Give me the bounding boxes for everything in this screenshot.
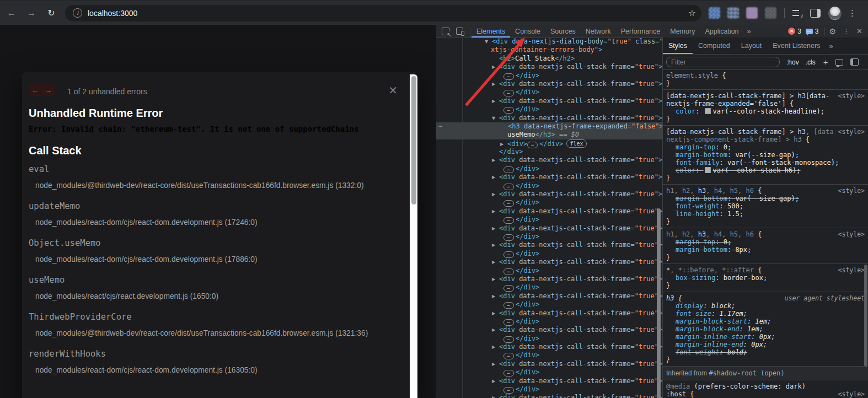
elements-tree-row[interactable]: ▶<div data-nextjs-call-stack-frame="true…: [436, 326, 662, 334]
expand-arrow-icon[interactable]: ▼: [485, 37, 492, 46]
css-property[interactable]: color: var(--color-stack-h6);: [666, 166, 865, 174]
css-property[interactable]: font-weight: 500;: [666, 202, 865, 210]
collapsed-content-icon[interactable]: …: [503, 234, 514, 241]
collapsed-content-icon[interactable]: …: [503, 107, 514, 114]
elements-tree-row[interactable]: ▶<div data-nextjs-call-stack-frame="true…: [436, 97, 662, 105]
elements-tree-row[interactable]: ▶<div data-nextjs-call-stack-frame="true…: [436, 377, 662, 385]
tab-elements[interactable]: Elements: [471, 25, 510, 37]
css-property[interactable]: margin-top: 0;: [666, 143, 865, 151]
elements-tree-row[interactable]: …</div>: [436, 216, 662, 224]
elements-tree-row[interactable]: …</div>: [436, 300, 662, 309]
elements-tree-row[interactable]: …</div>: [436, 385, 662, 394]
sidebar-more-tabs-icon[interactable]: »: [826, 42, 836, 50]
elements-tree-row[interactable]: xtjs-container-errors-body">: [436, 46, 662, 54]
elements-tree-row[interactable]: ▶<div data-nextjs-call-stack-frame="true…: [436, 343, 662, 351]
elements-tree-row[interactable]: ▶<div data-nextjs-call-stack-frame="true…: [436, 156, 662, 164]
stack-frame-location[interactable]: node_modules/react-dom/cjs/react-dom.dev…: [35, 255, 399, 263]
sidebar-layout-icon[interactable]: [850, 58, 859, 66]
expand-arrow-icon[interactable]: ▶: [500, 140, 507, 148]
stack-frame-location[interactable]: node_modules/react-dom/cjs/react-dom.dev…: [35, 218, 399, 227]
css-property[interactable]: font-size: 1.17em;: [666, 310, 865, 318]
elements-tree-row[interactable]: …</div>: [436, 72, 662, 80]
stack-frame-location[interactable]: node_modules/@thirdweb-dev/react-core/di…: [35, 329, 399, 337]
elements-tree-row[interactable]: ▼<div data-nextjs-call-stack-frame="true…: [436, 114, 662, 122]
elements-tree-row[interactable]: …</div>: [436, 351, 662, 359]
elements-tree-row[interactable]: ▶<div data-nextjs-call-stack-frame="true…: [436, 292, 662, 300]
tab-memory[interactable]: Memory: [665, 25, 700, 37]
sidebar-tab-styles[interactable]: Styles: [663, 37, 693, 54]
console-message-icon[interactable]: [806, 29, 813, 34]
expand-arrow-icon[interactable]: ▶: [492, 173, 499, 181]
collapsed-content-icon[interactable]: …: [503, 184, 514, 190]
toggle-hover-state[interactable]: :hov: [786, 58, 799, 66]
collapsed-content-icon[interactable]: …: [503, 302, 514, 309]
elements-tree-row[interactable]: ▶<div data-nextjs-call-stack-frame="true…: [436, 80, 662, 88]
css-property[interactable]: margin-top: 0;: [666, 238, 865, 246]
site-info-icon[interactable]: i: [73, 8, 82, 18]
elements-tree-row[interactable]: ▶<div data-nextjs-call-stack-frame="true…: [436, 258, 662, 266]
collapsed-content-icon[interactable]: …: [503, 90, 514, 96]
side-panel-icon[interactable]: [810, 9, 821, 18]
elements-tree-row[interactable]: …</div>: [436, 233, 662, 241]
stack-frame-location[interactable]: node_modules/@thirdweb-dev/react-core/di…: [35, 181, 399, 190]
stack-frame-name[interactable]: Object.useMemo: [29, 238, 399, 248]
collapsed-content-icon[interactable]: …: [527, 142, 538, 148]
css-property[interactable]: margin-block-end: 1em;: [666, 325, 865, 333]
expand-arrow-icon[interactable]: ▶: [492, 80, 499, 88]
back-icon[interactable]: ←: [3, 5, 20, 21]
devtools-menu-icon[interactable]: ⋮: [843, 27, 850, 35]
elements-tree-row[interactable]: …<h3 data-nextjs-frame-expanded="false">: [436, 122, 662, 131]
css-property[interactable]: color: var(--color-stack-headline);: [666, 107, 865, 115]
collapsed-content-icon[interactable]: …: [503, 268, 514, 275]
expand-arrow-icon[interactable]: ▶: [492, 190, 499, 198]
stack-frame-location[interactable]: node_modules/react-dom/cjs/react-dom.dev…: [35, 366, 399, 374]
extension-icon-2[interactable]: [727, 7, 739, 19]
stack-frame-name[interactable]: ThirdwebProviderCore: [29, 312, 399, 322]
extension-icon-3[interactable]: [746, 7, 758, 19]
dialog-close-icon[interactable]: ✕: [388, 84, 398, 97]
expand-arrow-icon[interactable]: ▼: [492, 114, 499, 122]
stylesheet-origin-link[interactable]: <style>: [838, 187, 865, 195]
styles-scrollbar-thumb[interactable]: [864, 265, 867, 367]
color-swatch[interactable]: [705, 167, 711, 173]
elements-tree-row[interactable]: ▶<div data-nextjs-call-stack-frame="true…: [436, 173, 662, 181]
collapsed-content-icon[interactable]: …: [503, 319, 514, 326]
css-property[interactable]: box-sizing: border-box;: [666, 274, 865, 282]
collapsed-content-icon[interactable]: …: [503, 353, 514, 359]
devtools-close-icon[interactable]: ✕: [856, 27, 862, 35]
expand-arrow-icon[interactable]: ▶: [492, 241, 499, 249]
tab-console[interactable]: Console: [510, 25, 545, 37]
elements-tree-row[interactable]: …</div>: [436, 335, 662, 343]
device-toolbar-icon[interactable]: [456, 28, 463, 35]
elements-tree-row[interactable]: …</div>: [436, 198, 662, 207]
tab-performance[interactable]: Performance: [616, 25, 666, 37]
stack-frame-name[interactable]: useMemo: [29, 275, 399, 285]
expand-arrow-icon[interactable]: ▶: [492, 343, 499, 351]
stylesheet-origin-link[interactable]: <style>: [838, 92, 865, 100]
collapsed-content-icon[interactable]: …: [503, 217, 514, 224]
collapsed-content-icon[interactable]: …: [503, 370, 514, 377]
elements-tree-row[interactable]: useMemo</h3> == $0: [436, 131, 662, 139]
stack-frame-name[interactable]: renderWithHooks: [29, 349, 399, 359]
stack-frame-location[interactable]: node_modules/react/cjs/react.development…: [35, 292, 399, 300]
inspect-element-icon[interactable]: [442, 28, 449, 35]
collapsed-content-icon[interactable]: …: [503, 251, 514, 258]
reload-icon[interactable]: ↻: [43, 5, 60, 21]
elements-scrollbar-thumb[interactable]: [657, 208, 661, 398]
css-property[interactable]: margin-inline-start: 0px;: [666, 333, 865, 341]
url-bar[interactable]: i localhost:3000 ☆: [65, 5, 701, 21]
expand-arrow-icon[interactable]: ▶: [492, 258, 499, 266]
css-property[interactable]: margin-bottom: 8px;: [666, 246, 865, 254]
elements-tree-row[interactable]: ▶<div data-nextjs-call-stack-frame="true…: [436, 207, 662, 216]
expand-arrow-icon[interactable]: ▶: [492, 275, 499, 283]
css-property[interactable]: margin-block-start: 1em;: [666, 318, 865, 325]
elements-tree-row[interactable]: ▶<div data-nextjs-call-stack-frame="true…: [436, 224, 662, 233]
tab-sources[interactable]: Sources: [545, 25, 581, 37]
expand-arrow-icon[interactable]: ▶: [492, 309, 499, 318]
elements-tree-row[interactable]: ▶<div data-nextjs-call-stack-frame="true…: [436, 63, 662, 71]
expand-arrow-icon[interactable]: ▶: [492, 377, 499, 385]
stack-frame-name[interactable]: eval: [29, 164, 399, 174]
elements-tree-row[interactable]: …</div>: [436, 105, 662, 114]
collapsed-content-icon[interactable]: …: [503, 285, 514, 292]
collapsed-content-icon[interactable]: …: [503, 387, 514, 394]
